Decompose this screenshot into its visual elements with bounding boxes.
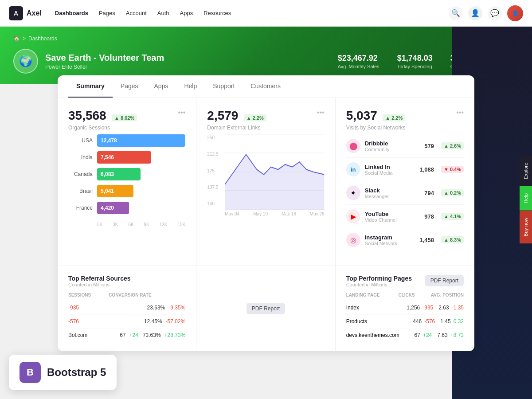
social-row-youtube: ▶ YouTube Video Channel 978 ▲ 4.1% bbox=[346, 205, 464, 228]
referral-row-1: -935 23.63% -9.35% bbox=[68, 301, 185, 315]
hero-stat-today-spending: $1,748.03 Today Spending bbox=[397, 54, 433, 69]
chart-area bbox=[225, 134, 324, 210]
bar-row-usa: USA 12,478 bbox=[68, 134, 185, 147]
hero-subtitle: Power Elite Seller bbox=[45, 64, 164, 70]
organic-sessions-label: Organic Sessions bbox=[68, 125, 137, 131]
organic-sessions-badge: ▲ 8.02% bbox=[112, 114, 137, 121]
search-button[interactable]: 🔍 bbox=[449, 6, 463, 20]
nav-links: Dashboards Pages Account Auth Apps Resou… bbox=[55, 10, 231, 16]
social-row-dribbble: ⬤ Dribbble Community 579 ▲ 2.6% bbox=[346, 134, 464, 158]
nav-dashboards[interactable]: Dashboards bbox=[55, 10, 88, 16]
tab-customers[interactable]: Customers bbox=[243, 75, 289, 98]
tabs-bar: Summary Pages Apps Help Support Customer… bbox=[58, 75, 474, 98]
nav-auth[interactable]: Auth bbox=[157, 10, 169, 16]
messages-button[interactable]: 💬 bbox=[488, 6, 502, 20]
referral-header: Top Referral Sources Counted in Millions bbox=[68, 275, 185, 287]
social-visits-label: Visits by Social Networks bbox=[346, 125, 406, 131]
hero-avatar: 🌍 bbox=[13, 49, 38, 74]
x-axis-labels: May 04 May 10 May 18 May 26 bbox=[225, 211, 324, 216]
tab-pages[interactable]: Pages bbox=[113, 75, 146, 98]
tab-support[interactable]: Support bbox=[205, 75, 243, 98]
hero-stat-monthly-sales: $23,467.92 Avg. Monthly Sales bbox=[338, 54, 379, 69]
linkedin-icon: in bbox=[346, 162, 360, 176]
tab-help[interactable]: Help bbox=[176, 75, 205, 98]
referral-row-2: -576 12.45% -57.02% bbox=[68, 315, 185, 329]
organic-sessions-panel: 35,568 ▲ 8.02% Organic Sessions ••• USA … bbox=[58, 98, 196, 266]
logo-area[interactable]: A Axel bbox=[9, 6, 42, 20]
social-visits-value: 5,037 bbox=[346, 109, 377, 122]
notifications-button[interactable]: 👤 bbox=[468, 6, 482, 20]
main-container: Summary Pages Apps Help Support Customer… bbox=[58, 75, 474, 351]
user-avatar[interactable]: 👤 bbox=[507, 5, 523, 21]
bar-row-india: India 7,546 bbox=[68, 151, 185, 164]
breadcrumb-home: 🏠 bbox=[13, 35, 20, 42]
explore-button[interactable]: Explore bbox=[520, 156, 532, 186]
external-links-badge: ▲ 2.2% bbox=[244, 114, 266, 121]
y-axis-labels: 250 212.5 175 137.5 100 bbox=[207, 135, 218, 206]
nav-pages[interactable]: Pages bbox=[99, 10, 115, 16]
organic-panel-menu[interactable]: ••• bbox=[178, 109, 186, 117]
tab-apps[interactable]: Apps bbox=[146, 75, 176, 98]
nav-resources[interactable]: Resources bbox=[203, 10, 231, 16]
bar-row-canada: Canada 6,083 bbox=[68, 168, 185, 180]
help-button[interactable]: Help bbox=[520, 186, 532, 211]
breadcrumb-page: Dashboards bbox=[28, 35, 57, 42]
nav-apps[interactable]: Apps bbox=[180, 10, 193, 16]
external-links-label: Domain External Links bbox=[207, 125, 266, 131]
page-row-products: Products 446 -576 1.45 0.32 bbox=[346, 315, 464, 329]
slack-icon: ✦ bbox=[346, 186, 360, 200]
social-visits-badge: ▲ 2.2% bbox=[383, 114, 405, 121]
bar-row-france: France 4,420 bbox=[68, 202, 185, 214]
referral-sources-panel: Top Referral Sources Counted in Millions… bbox=[58, 266, 196, 351]
social-networks-panel: 5,037 ▲ 2.2% Visits by Social Networks •… bbox=[336, 98, 474, 266]
hero-content: 🌍 Save Earth - Volunteer Team Power Elit… bbox=[13, 49, 519, 74]
page-row-devs: devs.keenthemes.com 67 +24 7.63 +8.73 bbox=[346, 329, 464, 342]
external-links-panel: 2,579 ▲ 2.2% Domain External Links ••• 2… bbox=[196, 98, 335, 266]
hero-info: Save Earth - Volunteer Team Power Elite … bbox=[45, 53, 164, 70]
instagram-icon: ◎ bbox=[346, 233, 360, 247]
bar-x-axis: 0K 3K 6K 9K 12K 15K bbox=[68, 219, 185, 227]
external-links-value: 2,579 bbox=[207, 109, 238, 122]
youtube-icon: ▶ bbox=[346, 209, 360, 223]
bootstrap-icon: B bbox=[20, 362, 41, 373]
bar-chart: USA 12,478 India 7,546 Canad bbox=[68, 131, 185, 227]
stats-grid: 35,568 ▲ 8.02% Organic Sessions ••• USA … bbox=[58, 98, 474, 266]
nav-account[interactable]: Account bbox=[126, 10, 147, 16]
social-panel-menu[interactable]: ••• bbox=[456, 109, 464, 117]
breadcrumb: 🏠 > Dashboards bbox=[13, 35, 519, 42]
pdf-report-button-2[interactable]: PDF Report bbox=[425, 275, 464, 286]
bar-row-brasil: Brasil 5,041 bbox=[68, 185, 185, 197]
bootstrap-text: Bootstrap 5 bbox=[47, 366, 106, 373]
organic-sessions-value: 35,568 bbox=[68, 109, 106, 122]
content-card: Summary Pages Apps Help Support Customer… bbox=[58, 75, 474, 351]
social-row-linkedin: in Linked In Social Media 1,088 ▼ 0.4% bbox=[346, 158, 464, 181]
referral-row-bol: Bol.com 67 +24 73.63% +28.73% bbox=[68, 329, 185, 342]
tab-summary[interactable]: Summary bbox=[68, 75, 113, 98]
pdf-report-panel: PDF Report bbox=[196, 266, 335, 351]
logo-text: Axel bbox=[27, 9, 42, 17]
breadcrumb-separator: > bbox=[23, 35, 26, 42]
buy-now-button[interactable]: Buy now bbox=[520, 211, 532, 243]
logo-icon: A bbox=[9, 6, 23, 20]
line-chart: 250 212.5 175 137.5 100 bbox=[207, 131, 324, 219]
top-navigation: A Axel Dashboards Pages Account Auth App… bbox=[0, 0, 532, 27]
nav-right: 🔍 👤 💬 👤 bbox=[449, 5, 523, 21]
bootstrap-watermark: B Bootstrap 5 bbox=[9, 355, 117, 373]
bottom-grid: Top Referral Sources Counted in Millions… bbox=[58, 266, 474, 351]
social-row-slack: ✦ Slack Messanger 794 ▲ 0.2% bbox=[346, 181, 464, 205]
external-panel-menu[interactable]: ••• bbox=[317, 109, 325, 117]
pdf-report-button[interactable]: PDF Report bbox=[246, 303, 285, 314]
dribbble-icon: ⬤ bbox=[346, 139, 360, 153]
right-sidebar: Explore Help Buy now bbox=[520, 156, 532, 243]
social-row-instagram: ◎ Instagram Social Network 1,458 ▲ 8.3% bbox=[346, 228, 464, 251]
performing-pages-panel: Top Performing Pages Counted in Millions… bbox=[336, 266, 474, 351]
page-row-index: Index 1,256 -935 2.63 -1.35 bbox=[346, 301, 464, 315]
hero-title: Save Earth - Volunteer Team bbox=[45, 53, 164, 63]
social-list: ⬤ Dribbble Community 579 ▲ 2.6% bbox=[346, 131, 464, 255]
